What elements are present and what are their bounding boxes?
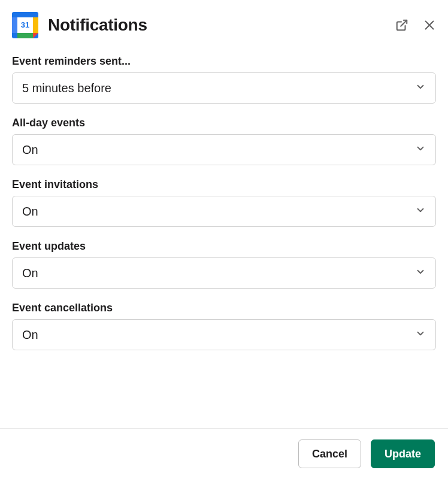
svg-text:31: 31 [21, 20, 29, 29]
select-event-cancellations[interactable]: On [12, 319, 436, 350]
svg-line-8 [401, 20, 407, 26]
field-event-cancellations: Event cancellations On [12, 302, 436, 350]
svg-rect-5 [12, 17, 17, 33]
field-event-reminders: Event reminders sent... 5 minutes before [12, 55, 436, 104]
dialog-header: 31 Notifications [0, 0, 448, 50]
select-value: 5 minutes before [22, 81, 111, 95]
svg-rect-3 [33, 17, 38, 33]
chevron-down-icon [415, 81, 426, 95]
svg-rect-4 [17, 33, 33, 38]
chevron-down-icon [415, 328, 426, 342]
select-event-invitations[interactable]: On [12, 196, 436, 227]
select-event-updates[interactable]: On [12, 257, 436, 289]
label-event-updates: Event updates [12, 240, 436, 253]
google-calendar-icon: 31 [12, 12, 38, 38]
field-event-invitations: Event invitations On [12, 178, 436, 227]
dialog-footer: Cancel Update [0, 428, 448, 479]
dialog-content: Event reminders sent... 5 minutes before… [0, 50, 448, 428]
open-external-icon[interactable] [395, 19, 408, 32]
select-all-day-events[interactable]: On [12, 134, 436, 165]
header-actions [395, 19, 436, 32]
update-button[interactable]: Update [371, 439, 435, 468]
select-value: On [22, 328, 38, 342]
select-value: On [22, 266, 38, 280]
select-value: On [22, 205, 38, 219]
label-event-reminders: Event reminders sent... [12, 55, 436, 68]
label-event-cancellations: Event cancellations [12, 302, 436, 314]
field-all-day-events: All-day events On [12, 117, 436, 165]
cancel-button[interactable]: Cancel [298, 439, 361, 468]
chevron-down-icon [415, 205, 426, 219]
chevron-down-icon [415, 266, 426, 280]
field-event-updates: Event updates On [12, 240, 436, 289]
label-event-invitations: Event invitations [12, 178, 436, 191]
svg-rect-2 [17, 12, 33, 17]
dialog-title: Notifications [48, 16, 386, 35]
label-all-day-events: All-day events [12, 117, 436, 129]
select-value: On [22, 143, 38, 157]
close-icon[interactable] [423, 19, 436, 32]
chevron-down-icon [415, 143, 426, 157]
select-event-reminders[interactable]: 5 minutes before [12, 72, 436, 104]
